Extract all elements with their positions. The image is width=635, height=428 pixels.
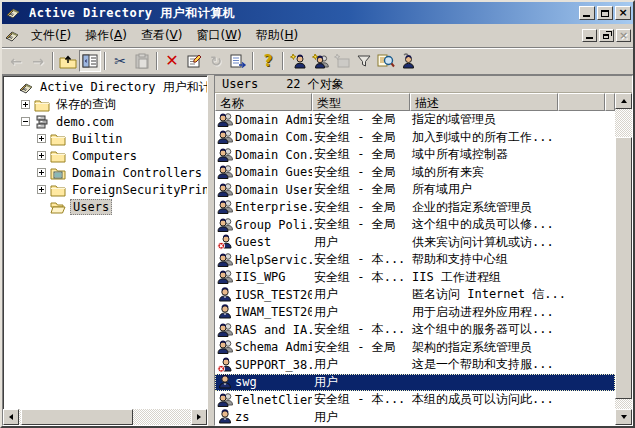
expand-icon[interactable]	[21, 100, 30, 109]
scroll-right-button[interactable]	[191, 409, 207, 425]
object-description: 域的所有来宾	[410, 164, 615, 181]
menu-item-file[interactable]: 文件(F)	[24, 24, 78, 47]
tree-item-foreignsecurityprincipal[interactable]: ForeignSecurityPrincipal	[3, 181, 207, 198]
close-button[interactable]: ×	[615, 6, 631, 20]
table-row[interactable]: Domain Guests安全组 - 全局域的所有来宾	[215, 164, 615, 182]
folder-open-icon	[50, 199, 66, 215]
object-name: Domain Com...	[235, 130, 312, 144]
cut-button[interactable]: ✂	[109, 50, 131, 72]
table-row[interactable]: Domain Con...安全组 - 全局域中所有域控制器	[215, 146, 615, 164]
table-row[interactable]: SUPPORT_38...用户这是一个帮助和支持服...	[215, 356, 615, 374]
new-group-icon	[311, 53, 329, 69]
find-button[interactable]	[375, 50, 397, 72]
column-header-desc[interactable]: 描述	[410, 93, 558, 111]
list-vertical-scrollbar[interactable]	[615, 93, 632, 425]
properties-button[interactable]	[183, 50, 205, 72]
table-row[interactable]: TelnetClients安全组 - 本...本组的成员可以访问此...	[215, 391, 615, 409]
tree-item-label: Computers	[70, 149, 139, 163]
group-icon	[217, 164, 233, 180]
new-group-button[interactable]	[309, 50, 331, 72]
column-header-type[interactable]: 类型	[312, 93, 410, 111]
expand-icon[interactable]	[37, 168, 46, 177]
table-row[interactable]: Guest用户供来宾访问计算机或访...	[215, 234, 615, 252]
user-icon	[217, 287, 233, 303]
tree-item-保存的查询[interactable]: 保存的查询	[3, 96, 207, 113]
object-type: 安全组 - 全局	[312, 146, 410, 163]
tree-item-label: ForeignSecurityPrincipal	[70, 183, 207, 197]
minimize-button[interactable]	[579, 6, 595, 20]
expand-icon[interactable]	[37, 185, 46, 194]
scroll-down-button[interactable]	[615, 409, 632, 425]
tree-item-domain-controllers[interactable]: Domain Controllers	[3, 164, 207, 181]
new-ou-button	[331, 50, 353, 72]
object-name: Domain Admins	[235, 113, 312, 127]
v-scroll-thumb[interactable]	[615, 137, 632, 399]
object-name: Group Poli...	[235, 218, 312, 232]
table-row[interactable]: Enterprise...安全组 - 全局企业的指定系统管理员	[215, 199, 615, 217]
object-description: 帮助和支持中心组	[410, 251, 615, 268]
group-icon	[217, 217, 233, 233]
table-row[interactable]: RAS and IA...安全组 - 本...这个组中的服务器可以...	[215, 321, 615, 339]
table-row[interactable]: Schema Admins安全组 - 全局架构的指定系统管理员	[215, 339, 615, 357]
table-row[interactable]: IUSR_TEST2003用户匿名访问 Internet 信...	[215, 286, 615, 304]
maximize-button[interactable]	[597, 6, 613, 20]
menu-item-window[interactable]: 窗口(W)	[189, 24, 248, 47]
tree-item-label: Active Directory 用户和计算机	[38, 79, 207, 96]
back-icon: ←	[10, 54, 22, 69]
expand-icon[interactable]	[37, 151, 46, 160]
tree-item-builtin[interactable]: Builtin	[3, 130, 207, 147]
help-button[interactable]: ?	[257, 50, 279, 72]
h-scroll-track[interactable]	[19, 409, 191, 425]
menu-item-action[interactable]: 操作(A)	[78, 24, 134, 47]
tree-horizontal-scrollbar[interactable]	[3, 409, 207, 425]
new-user-button[interactable]	[287, 50, 309, 72]
folder-up-icon	[59, 53, 77, 69]
table-row[interactable]: HelpServic...安全组 - 本...帮助和支持中心组	[215, 251, 615, 269]
object-name: SUPPORT_38...	[235, 358, 312, 372]
aduc-icon	[18, 80, 34, 96]
up-one-level-button[interactable]	[57, 50, 79, 72]
object-name: Domain Guests	[235, 165, 312, 179]
tree-item-demo-com[interactable]: demo.com	[3, 113, 207, 130]
column-header-name[interactable]: 名称	[215, 93, 312, 111]
expand-icon[interactable]	[37, 134, 46, 143]
object-description: 用于启动进程外应用程...	[410, 304, 615, 321]
mdi-restore-button[interactable]	[599, 29, 614, 42]
object-description: 这个组中的成员可以修...	[410, 216, 615, 233]
table-row[interactable]: Domain Admins安全组 - 全局指定的域管理员	[215, 111, 615, 129]
show-hide-tree-button[interactable]	[79, 50, 101, 72]
table-row[interactable]: zs用户	[215, 409, 615, 426]
tree-item-label: 保存的查询	[54, 96, 118, 113]
v-scroll-track[interactable]	[615, 109, 632, 409]
refresh-icon: ↻	[210, 54, 222, 69]
group-icon	[217, 199, 233, 215]
forward-button: →	[27, 50, 49, 72]
table-row[interactable]: Group Poli...安全组 - 全局这个组中的成员可以修...	[215, 216, 615, 234]
mdi-minimize-button[interactable]	[582, 29, 597, 42]
table-row[interactable]: Domain Users安全组 - 全局所有域用户	[215, 181, 615, 199]
window-title: Active Directory 用户和计算机	[29, 5, 577, 22]
collapse-icon[interactable]	[21, 117, 30, 126]
scroll-up-button[interactable]	[615, 93, 632, 109]
toolbar-separator	[104, 52, 106, 70]
table-row[interactable]: Domain Com...安全组 - 全局加入到域中的所有工作...	[215, 129, 615, 147]
object-type: 用户	[312, 234, 410, 251]
export-list-button[interactable]	[227, 50, 249, 72]
scissors-icon: ✂	[114, 54, 126, 69]
filter-button[interactable]	[353, 50, 375, 72]
table-row[interactable]: IWAM_TEST2003用户用于启动进程外应用程...	[215, 304, 615, 322]
add-member-button[interactable]	[397, 50, 419, 72]
table-row[interactable]: IIS_WPG安全组 - 本...IIS 工作进程组	[215, 269, 615, 287]
delete-button[interactable]: ✕	[161, 50, 183, 72]
scroll-left-button[interactable]	[3, 409, 19, 425]
menu-item-view[interactable]: 查看(V)	[134, 24, 190, 47]
tree-item-active-directory-用户和计算机[interactable]: Active Directory 用户和计算机	[3, 79, 207, 96]
filter-funnel-icon	[356, 53, 372, 69]
object-description: 供来宾访问计算机或访...	[410, 234, 615, 251]
h-scroll-thumb[interactable]	[21, 409, 133, 425]
tree-item-users[interactable]: Users	[3, 198, 207, 215]
menu-item-help[interactable]: 帮助(H)	[249, 24, 305, 47]
new-user-icon	[289, 53, 307, 69]
table-row[interactable]: swg用户	[215, 374, 615, 392]
tree-item-computers[interactable]: Computers	[3, 147, 207, 164]
